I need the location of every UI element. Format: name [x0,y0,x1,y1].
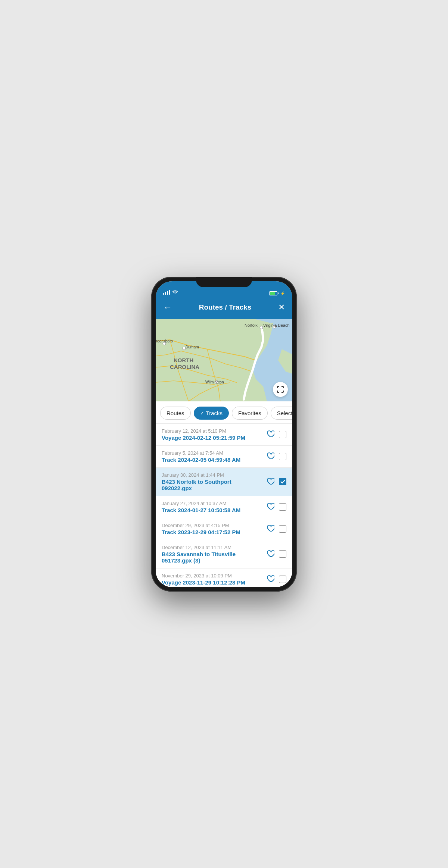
track-info: February 12, 2024 at 5:10 PMVoyage 2024-… [162,428,262,441]
tab-favorites[interactable]: Favorites [232,407,268,420]
tab-tracks[interactable]: ✓ Tracks [194,407,229,420]
track-item[interactable]: December 29, 2023 at 4:15 PMTrack 2023-1… [156,518,292,540]
svg-text:NORTH: NORTH [174,357,193,363]
svg-text:Virginia Beach: Virginia Beach [263,323,290,328]
tab-routes[interactable]: Routes [160,407,191,420]
phone-screen: ⚡ ← Routes / Tracks ✕ [156,281,292,587]
svg-point-1 [260,326,263,329]
select-checkbox[interactable] [279,503,286,511]
svg-text:Greensboro: Greensboro [156,339,173,343]
track-info: November 29, 2023 at 10:09 PMVoyage 2023… [162,573,262,586]
track-actions [266,452,286,461]
track-item[interactable]: February 5, 2024 at 7:54 AMTrack 2024-02… [156,446,292,468]
track-name: Track 2024-02-05 04:59:48 AM [162,457,262,463]
track-name: B423 Savannah to Titusville 051723.gpx (… [162,551,262,564]
track-date: February 12, 2024 at 5:10 PM [162,428,262,434]
track-list[interactable]: February 12, 2024 at 5:10 PMVoyage 2024-… [156,424,292,587]
track-date: December 12, 2023 at 11:11 AM [162,545,262,550]
svg-text:CAROLINA: CAROLINA [170,364,199,370]
favorite-button[interactable] [266,550,274,558]
signal-bars-icon [163,290,170,295]
track-item[interactable]: January 27, 2024 at 10:37 AMTrack 2024-0… [156,496,292,518]
status-right: ⚡ [269,291,285,295]
map-area[interactable]: Norfolk Virginia Beach Greensboro Durham… [156,319,292,401]
track-name: B423 Norfolk to Southport 092022.gpx [162,479,262,491]
track-info: January 30, 2024 at 1:44 PMB423 Norfolk … [162,472,262,491]
track-actions [266,477,286,486]
map-expand-button[interactable] [273,382,288,397]
tab-selected[interactable]: Selected [271,407,292,420]
battery-icon [269,291,279,295]
track-name: Track 2023-12-29 04:17:52 PM [162,529,262,535]
select-checkbox[interactable] [279,478,286,485]
track-actions [266,575,286,583]
track-date: February 5, 2024 at 7:54 AM [162,450,262,456]
svg-text:Norfolk: Norfolk [245,323,258,328]
track-date: November 29, 2023 at 10:09 PM [162,573,262,579]
select-checkbox[interactable] [279,525,286,533]
notch [196,277,252,287]
wifi-icon [172,289,178,295]
svg-text:Wilmington: Wilmington [205,380,224,384]
tab-tracks-check-icon: ✓ [200,410,204,416]
favorite-button[interactable] [266,477,274,486]
track-date: January 30, 2024 at 1:44 PM [162,472,262,478]
track-date: December 29, 2023 at 4:15 PM [162,523,262,528]
select-checkbox[interactable] [279,550,286,558]
track-item[interactable]: January 30, 2024 at 1:44 PMB423 Norfolk … [156,468,292,496]
favorite-button[interactable] [266,430,274,439]
svg-point-4 [183,347,186,350]
favorite-button[interactable] [266,502,274,511]
track-actions [266,430,286,439]
close-button[interactable]: ✕ [277,301,286,314]
status-left [163,289,178,295]
track-info: February 5, 2024 at 7:54 AMTrack 2024-02… [162,450,262,463]
favorite-button[interactable] [266,524,274,533]
track-name: Voyage 2024-02-12 05:21:59 PM [162,435,262,441]
track-info: December 12, 2023 at 11:11 AMB423 Savann… [162,545,262,564]
track-actions [266,550,286,558]
track-date: January 27, 2024 at 10:37 AM [162,501,262,506]
track-name: Track 2024-01-27 10:50:58 AM [162,507,262,513]
track-item[interactable]: December 12, 2023 at 11:11 AMB423 Savann… [156,540,292,568]
svg-text:Durham: Durham [186,345,199,349]
select-checkbox[interactable] [279,453,286,460]
favorite-button[interactable] [266,575,274,583]
tab-bar: Routes ✓ Tracks Favorites Selected [156,401,292,424]
map-svg: Norfolk Virginia Beach Greensboro Durham… [156,319,292,401]
track-item[interactable]: February 12, 2024 at 5:10 PMVoyage 2024-… [156,424,292,446]
track-info: December 29, 2023 at 4:15 PMTrack 2023-1… [162,523,262,535]
app-header: ← Routes / Tracks ✕ [156,298,292,319]
page-title: Routes / Tracks [199,303,251,311]
select-checkbox[interactable] [279,431,286,438]
battery-bolt-icon: ⚡ [280,291,285,295]
track-actions [266,524,286,533]
back-button[interactable]: ← [162,301,174,314]
track-item[interactable]: November 29, 2023 at 10:09 PMVoyage 2023… [156,568,292,587]
favorite-button[interactable] [266,452,274,461]
track-name: Voyage 2023-11-29 10:12:28 PM [162,579,262,586]
select-checkbox[interactable] [279,576,286,583]
track-actions [266,502,286,511]
phone-frame: ⚡ ← Routes / Tracks ✕ [151,277,297,592]
track-info: January 27, 2024 at 10:37 AMTrack 2024-0… [162,501,262,513]
